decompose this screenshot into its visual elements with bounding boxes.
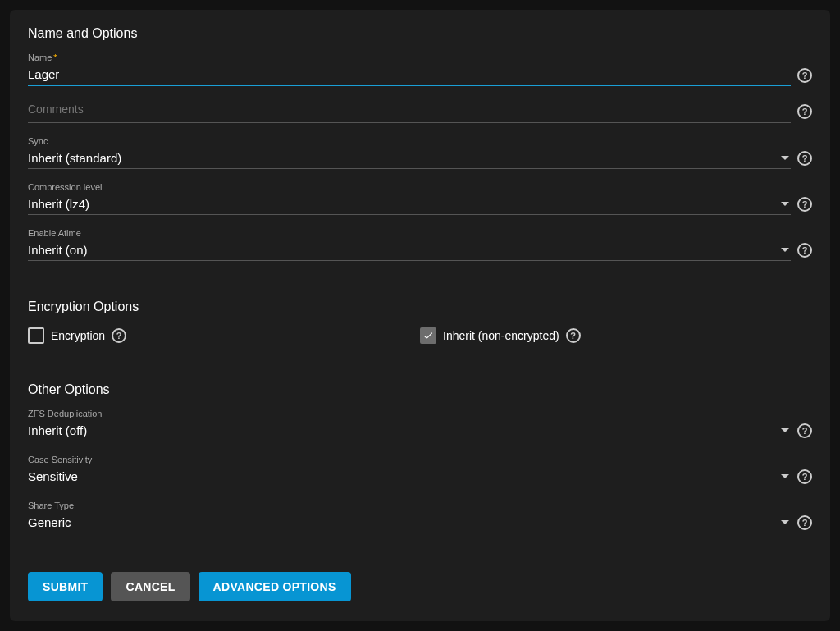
section-name-and-options-title: Name and Options xyxy=(28,26,812,41)
compression-label: Compression level xyxy=(28,182,812,192)
chevron-down-icon xyxy=(781,474,789,478)
field-dedup: ZFS Deduplication Inherit (off) xyxy=(28,409,812,441)
atime-select[interactable]: Inherit (on) xyxy=(28,240,791,261)
chevron-down-icon xyxy=(781,248,789,252)
sync-value: Inherit (standard) xyxy=(28,151,121,165)
help-icon[interactable] xyxy=(797,197,812,212)
help-icon[interactable] xyxy=(797,469,812,484)
field-sync: Sync Inherit (standard) xyxy=(28,136,812,169)
required-star-icon: * xyxy=(53,53,57,62)
help-icon[interactable] xyxy=(797,515,812,530)
chevron-down-icon xyxy=(781,156,789,160)
atime-value: Inherit (on) xyxy=(28,243,88,257)
help-icon[interactable] xyxy=(797,423,812,438)
field-sharetype: Share Type Generic xyxy=(28,501,812,533)
cancel-button[interactable]: CANCEL xyxy=(111,572,189,601)
sharetype-value: Generic xyxy=(28,515,71,529)
inherit-cell: Inherit (non-encrypted) xyxy=(420,327,812,344)
compression-value: Inherit (lz4) xyxy=(28,197,89,211)
button-row: SUBMIT CANCEL ADVANCED OPTIONS xyxy=(28,572,351,601)
name-input[interactable] xyxy=(28,64,791,86)
casesens-value: Sensitive xyxy=(28,469,78,483)
sharetype-select[interactable]: Generic xyxy=(28,512,791,533)
atime-label: Enable Atime xyxy=(28,228,812,238)
section-divider xyxy=(10,364,830,364)
inherit-label: Inherit (non-encrypted) xyxy=(443,329,559,342)
section-divider xyxy=(10,281,830,281)
section-encryption-title: Encryption Options xyxy=(28,299,812,314)
help-icon[interactable] xyxy=(797,151,812,166)
help-icon[interactable] xyxy=(797,68,812,83)
comments-input[interactable] xyxy=(28,99,791,123)
chevron-down-icon xyxy=(781,202,789,206)
field-comments xyxy=(28,99,812,123)
chevron-down-icon xyxy=(781,520,789,524)
inherit-checkbox[interactable] xyxy=(420,327,436,344)
sync-label: Sync xyxy=(28,136,812,146)
help-icon[interactable] xyxy=(797,104,812,119)
section-other-title: Other Options xyxy=(28,382,812,397)
field-compression: Compression level Inherit (lz4) xyxy=(28,182,812,215)
dedup-value: Inherit (off) xyxy=(28,423,87,437)
help-icon[interactable] xyxy=(797,243,812,258)
dedup-label: ZFS Deduplication xyxy=(28,409,812,418)
dedup-select[interactable]: Inherit (off) xyxy=(28,420,791,441)
advanced-options-button[interactable]: ADVANCED OPTIONS xyxy=(199,572,351,601)
encryption-row: Encryption Inherit (non-encrypted) xyxy=(28,327,812,344)
field-casesens: Case Sensitivity Sensitive xyxy=(28,455,812,487)
name-label: Name* xyxy=(28,53,812,62)
help-icon[interactable] xyxy=(566,328,581,343)
submit-button[interactable]: SUBMIT xyxy=(28,572,103,601)
encryption-cell: Encryption xyxy=(28,327,420,344)
compression-select[interactable]: Inherit (lz4) xyxy=(28,194,791,215)
sync-select[interactable]: Inherit (standard) xyxy=(28,148,791,169)
encryption-checkbox[interactable] xyxy=(28,327,44,344)
encryption-label: Encryption xyxy=(51,329,105,342)
help-icon[interactable] xyxy=(112,328,126,343)
form-card: Name and Options Name* Sync Inherit (sta… xyxy=(10,10,830,621)
sharetype-label: Share Type xyxy=(28,501,812,510)
name-label-text: Name xyxy=(28,53,52,62)
field-atime: Enable Atime Inherit (on) xyxy=(28,228,812,261)
casesens-label: Case Sensitivity xyxy=(28,455,812,464)
chevron-down-icon xyxy=(781,428,789,432)
field-name: Name* xyxy=(28,53,812,86)
check-icon xyxy=(422,330,434,341)
casesens-select[interactable]: Sensitive xyxy=(28,466,791,487)
